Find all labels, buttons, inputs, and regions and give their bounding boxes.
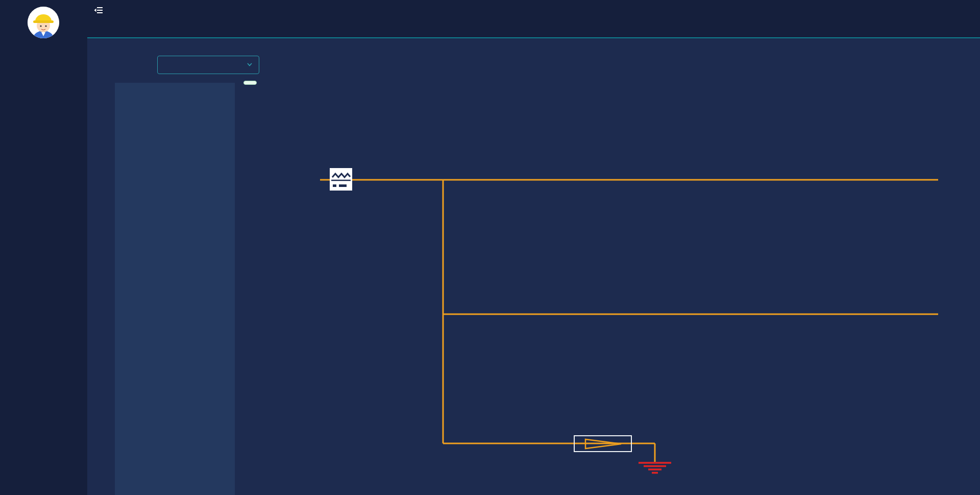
tab-bar [87,20,980,38]
chevron-down-icon [247,61,253,69]
collapse-sidebar-icon[interactable] [93,5,104,15]
device-panel [115,83,235,495]
topbar [87,0,980,20]
device-group-tag[interactable] [243,81,257,85]
datacenter-select[interactable] [157,56,259,74]
avatar[interactable] [28,7,59,38]
app-window [0,0,980,495]
sidebar [0,0,87,495]
